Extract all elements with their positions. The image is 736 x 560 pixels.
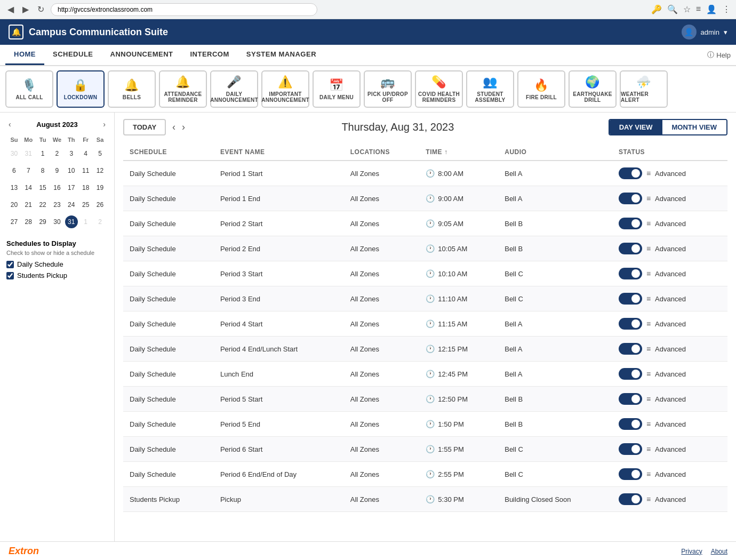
calendar-day[interactable]: 13: [7, 180, 21, 196]
profile-icon[interactable]: 👤: [706, 4, 717, 14]
tool-important-announcement[interactable]: ⚠️ IMPORTANT ANNOUNCEMENT: [261, 70, 309, 108]
calendar-day[interactable]: 30: [51, 214, 64, 230]
table-row[interactable]: Daily SchedulePeriod 2 StartAll Zones🕐9:…: [123, 211, 727, 236]
nav-item-home[interactable]: HOME: [5, 45, 44, 65]
schedule-checkbox-input[interactable]: [6, 261, 14, 268]
url-bar[interactable]: http://gvccs/extronclassroom.com: [51, 3, 317, 16]
status-toggle[interactable]: [619, 293, 642, 305]
calendar-day[interactable]: 20: [7, 197, 21, 213]
nav-item-intercom[interactable]: INTERCOM: [181, 45, 237, 65]
nav-item-announcement[interactable]: ANNOUNCEMENT: [102, 45, 182, 65]
col-time[interactable]: TIME ↑: [419, 144, 498, 161]
calendar-day[interactable]: 25: [79, 197, 92, 213]
table-row[interactable]: Daily SchedulePeriod 4 End/Lunch StartAl…: [123, 337, 727, 362]
calendar-day[interactable]: 31: [65, 214, 78, 230]
table-row[interactable]: Daily SchedulePeriod 5 EndAll Zones🕐1:50…: [123, 412, 727, 437]
calendar-day[interactable]: 2: [51, 146, 64, 162]
tool-weather-alert[interactable]: ⛈️ WEATHER ALERT: [620, 70, 668, 108]
calendar-day[interactable]: 12: [93, 163, 107, 179]
menu-icon[interactable]: ≡: [696, 4, 701, 14]
status-toggle[interactable]: [619, 343, 642, 355]
calendar-day[interactable]: 1: [79, 214, 92, 230]
calendar-day[interactable]: 24: [65, 197, 78, 213]
calendar-day[interactable]: 17: [65, 180, 78, 196]
table-row[interactable]: Daily SchedulePeriod 5 StartAll Zones🕐12…: [123, 387, 727, 412]
calendar-day[interactable]: 30: [7, 146, 21, 162]
calendar-day[interactable]: 15: [36, 180, 50, 196]
browser-forward[interactable]: ▶: [20, 4, 31, 14]
table-row[interactable]: Daily SchedulePeriod 6 StartAll Zones🕐1:…: [123, 437, 727, 462]
nav-item-schedule[interactable]: SCHEDULE: [44, 45, 102, 65]
browser-back[interactable]: ◀: [5, 4, 16, 14]
tool-pickup-dropoff[interactable]: 🚌 PICK UP/DROP OFF: [364, 70, 412, 108]
cal-prev[interactable]: ‹: [6, 119, 13, 130]
footer-privacy[interactable]: Privacy: [681, 548, 702, 555]
nav-help[interactable]: ⓘ Help: [707, 45, 731, 65]
calendar-day[interactable]: 29: [36, 214, 50, 230]
calendar-day[interactable]: 18: [79, 180, 92, 196]
status-toggle[interactable]: [619, 443, 642, 455]
status-toggle[interactable]: [619, 193, 642, 204]
star-icon[interactable]: ☆: [683, 4, 691, 14]
calendar-day[interactable]: 1: [36, 146, 50, 162]
table-row[interactable]: Daily SchedulePeriod 3 StartAll Zones🕐10…: [123, 261, 727, 286]
calendar-day[interactable]: 26: [93, 197, 107, 213]
calendar-day[interactable]: 3: [65, 146, 78, 162]
tool-lockdown[interactable]: 🔒 LOCKDOWN: [57, 70, 105, 108]
calendar-day[interactable]: 11: [79, 163, 92, 179]
day-view-button[interactable]: DAY VIEW: [610, 120, 662, 134]
tool-covid[interactable]: 💊 COVID HEALTH REMINDERS: [415, 70, 463, 108]
calendar-day[interactable]: 10: [65, 163, 78, 179]
next-day-button[interactable]: ›: [180, 122, 187, 133]
calendar-day[interactable]: 16: [51, 180, 64, 196]
calendar-day[interactable]: 6: [7, 163, 21, 179]
table-row[interactable]: Students PickupPickupAll Zones🕐5:30 PMBu…: [123, 487, 727, 512]
today-button[interactable]: TODAY: [123, 119, 166, 135]
table-row[interactable]: Daily SchedulePeriod 1 StartAll Zones🕐8:…: [123, 161, 727, 186]
table-row[interactable]: Daily SchedulePeriod 1 EndAll Zones🕐9:00…: [123, 186, 727, 211]
month-view-button[interactable]: MONTH VIEW: [662, 120, 727, 134]
calendar-day[interactable]: 22: [36, 197, 50, 213]
browser-reload[interactable]: ↻: [35, 4, 46, 14]
calendar-day[interactable]: 27: [7, 214, 21, 230]
settings-icon[interactable]: ⋮: [722, 4, 731, 14]
tool-attendance-reminder[interactable]: 🔔 ATTENDANCE REMINDER: [159, 70, 207, 108]
status-toggle[interactable]: [619, 418, 642, 430]
table-row[interactable]: Daily SchedulePeriod 2 EndAll Zones🕐10:0…: [123, 236, 727, 261]
tool-daily-menu[interactable]: 📅 DAILY MENU: [313, 70, 361, 108]
calendar-day[interactable]: 28: [22, 214, 35, 230]
status-toggle[interactable]: [619, 493, 642, 505]
prev-day-button[interactable]: ‹: [170, 122, 178, 133]
status-toggle[interactable]: [619, 318, 642, 330]
status-toggle[interactable]: [619, 268, 642, 279]
calendar-day[interactable]: 23: [51, 197, 64, 213]
tool-earthquake[interactable]: 🌍 EARTHQUAKE DRILL: [569, 70, 617, 108]
tool-student-assembly[interactable]: 👥 STUDENT ASSEMBLY: [466, 70, 514, 108]
footer-about[interactable]: About: [711, 548, 727, 555]
status-toggle[interactable]: [619, 218, 642, 229]
schedule-checkbox-item[interactable]: Daily Schedule: [6, 260, 108, 268]
table-row[interactable]: Daily SchedulePeriod 4 StartAll Zones🕐11…: [123, 311, 727, 337]
calendar-day[interactable]: 2: [93, 214, 107, 230]
calendar-day[interactable]: 19: [93, 180, 107, 196]
status-toggle[interactable]: [619, 393, 642, 405]
calendar-day[interactable]: 9: [51, 163, 64, 179]
status-toggle[interactable]: [619, 167, 642, 179]
table-row[interactable]: Daily SchedulePeriod 6 End/End of DayAll…: [123, 462, 727, 487]
calendar-day[interactable]: 7: [22, 163, 35, 179]
tool-all-call[interactable]: 🎙️ ALL CALL: [5, 70, 53, 108]
tool-daily-announcement[interactable]: 🎤 DAILY ANNOUNCEMENT: [210, 70, 258, 108]
tool-bells[interactable]: 🔔 BELLS: [108, 70, 156, 108]
calendar-day[interactable]: 4: [79, 146, 92, 162]
calendar-day[interactable]: 8: [36, 163, 50, 179]
calendar-day[interactable]: 5: [93, 146, 107, 162]
user-dropdown-icon[interactable]: ▾: [724, 28, 727, 36]
table-row[interactable]: Daily ScheduleLunch EndAll Zones🕐12:45 P…: [123, 362, 727, 387]
status-toggle[interactable]: [619, 368, 642, 380]
calendar-day[interactable]: 21: [22, 197, 35, 213]
tool-fire-drill[interactable]: 🔥 FIRE DRILL: [517, 70, 565, 108]
status-toggle[interactable]: [619, 243, 642, 254]
table-row[interactable]: Daily SchedulePeriod 3 EndAll Zones🕐11:1…: [123, 286, 727, 311]
nav-item-system-manager[interactable]: SYSTEM MANAGER: [238, 45, 325, 65]
calendar-day[interactable]: 31: [22, 146, 35, 162]
